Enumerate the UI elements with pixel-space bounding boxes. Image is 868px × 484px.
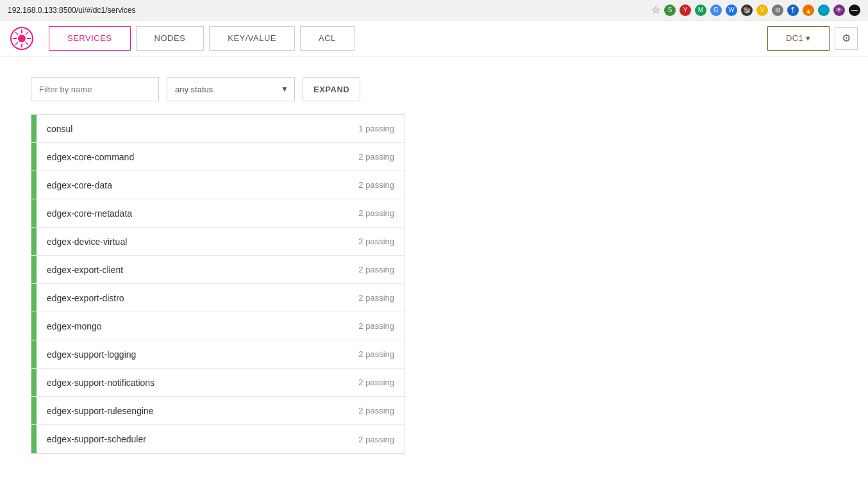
service-name: consul <box>37 124 348 134</box>
browser-icons: ☆ S Y M G W 📚 V ⊞ ¶ 🔥 🌐 👁 — <box>651 4 860 16</box>
ext-icon-4: G <box>710 4 722 16</box>
star-icon[interactable]: ☆ <box>651 4 660 16</box>
service-status: 2 passing <box>348 208 405 218</box>
service-status: 2 passing <box>348 321 405 331</box>
service-status: 2 passing <box>348 265 405 274</box>
ext-icon-11: 🌐 <box>818 4 830 16</box>
settings-button[interactable]: ⚙ <box>835 27 858 50</box>
ext-icon-5: W <box>726 4 737 16</box>
service-name: edgex-support-rulesengine <box>37 406 348 416</box>
service-item[interactable]: edgex-device-virtual2 passing <box>31 228 405 256</box>
service-item[interactable]: edgex-export-distro2 passing <box>31 284 405 312</box>
filter-name-input[interactable] <box>31 77 159 101</box>
tab-services[interactable]: SERVICES <box>49 26 131 51</box>
ext-icon-3: M <box>695 4 706 16</box>
status-indicator <box>31 340 37 368</box>
tab-nodes[interactable]: NODES <box>136 26 204 51</box>
status-filter-wrapper: any status passing warning critical ▼ <box>167 77 295 101</box>
logo-area <box>10 27 33 50</box>
ext-icon-1: S <box>664 4 676 16</box>
nav-header: SERVICES NODES KEY/VALUE ACL DC1 ▾ ⚙ <box>0 21 868 56</box>
ext-icon-8: ⊞ <box>772 4 783 16</box>
service-status: 2 passing <box>348 435 405 444</box>
service-item[interactable]: edgex-core-data2 passing <box>31 171 405 199</box>
main-content: any status passing warning critical ▼ EX… <box>0 56 436 474</box>
service-item[interactable]: edgex-support-scheduler2 passing <box>31 425 405 453</box>
service-status: 2 passing <box>348 293 405 303</box>
status-indicator <box>31 284 37 312</box>
svg-line-9 <box>15 42 18 45</box>
services-list: consul1 passingedgex-core-command2 passi… <box>31 114 405 454</box>
status-indicator <box>31 312 37 340</box>
service-item[interactable]: edgex-core-metadata2 passing <box>31 199 405 228</box>
svg-line-6 <box>15 32 18 35</box>
service-status: 2 passing <box>348 152 405 162</box>
service-status: 2 passing <box>348 406 405 415</box>
service-item[interactable]: consul1 passing <box>31 115 405 143</box>
service-status: 2 passing <box>348 349 405 359</box>
service-name: edgex-support-notifications <box>37 378 348 388</box>
svg-line-8 <box>26 32 28 35</box>
service-status: 2 passing <box>348 378 405 387</box>
service-item[interactable]: edgex-support-notifications2 passing <box>31 369 405 397</box>
service-name: edgex-export-client <box>37 265 348 275</box>
status-indicator <box>31 171 37 199</box>
status-indicator <box>31 199 37 227</box>
service-status: 1 passing <box>348 124 405 133</box>
ext-icon-12: 👁 <box>833 4 845 16</box>
expand-button[interactable]: EXPAND <box>303 77 360 101</box>
status-indicator <box>31 256 37 283</box>
service-name: edgex-core-data <box>37 180 348 190</box>
status-indicator <box>31 143 37 171</box>
ext-icon-7: V <box>756 4 768 16</box>
ext-icon-2: Y <box>680 4 691 16</box>
gear-icon: ⚙ <box>842 32 851 44</box>
status-indicator <box>31 115 37 142</box>
status-indicator <box>31 369 37 396</box>
ext-icon-9: ¶ <box>787 4 799 16</box>
service-name: edgex-mongo <box>37 321 348 331</box>
browser-bar: 192.168.0.133:8500/ui/#/dc1/services ☆ S… <box>0 0 868 21</box>
tab-dc1[interactable]: DC1 ▾ <box>767 26 830 51</box>
ext-icon-13: — <box>849 4 860 16</box>
service-name: edgex-support-logging <box>37 349 348 360</box>
filter-status-select[interactable]: any status passing warning critical <box>167 77 295 101</box>
service-item[interactable]: edgex-mongo2 passing <box>31 312 405 340</box>
status-indicator <box>31 228 37 255</box>
service-name: edgex-support-scheduler <box>37 434 348 444</box>
service-name: edgex-core-metadata <box>37 208 348 219</box>
status-indicator <box>31 397 37 424</box>
svg-line-7 <box>26 42 28 45</box>
tab-acl[interactable]: ACL <box>300 26 355 51</box>
ext-icon-6: 📚 <box>741 4 753 16</box>
service-name: edgex-export-distro <box>37 293 348 303</box>
service-item[interactable]: edgex-support-rulesengine2 passing <box>31 397 405 425</box>
status-indicator <box>31 425 37 453</box>
service-name: edgex-core-command <box>37 152 348 162</box>
consul-logo <box>10 27 33 50</box>
service-status: 2 passing <box>348 180 405 190</box>
url-bar[interactable]: 192.168.0.133:8500/ui/#/dc1/services <box>8 6 646 15</box>
ext-icon-10: 🔥 <box>803 4 814 16</box>
service-item[interactable]: edgex-core-command2 passing <box>31 143 405 171</box>
service-item[interactable]: edgex-export-client2 passing <box>31 256 405 284</box>
tab-keyvalue[interactable]: KEY/VALUE <box>209 26 295 51</box>
service-name: edgex-device-virtual <box>37 237 348 247</box>
service-status: 2 passing <box>348 237 405 246</box>
filter-row: any status passing warning critical ▼ EX… <box>31 77 405 101</box>
svg-point-1 <box>18 35 26 42</box>
service-item[interactable]: edgex-support-logging2 passing <box>31 340 405 369</box>
